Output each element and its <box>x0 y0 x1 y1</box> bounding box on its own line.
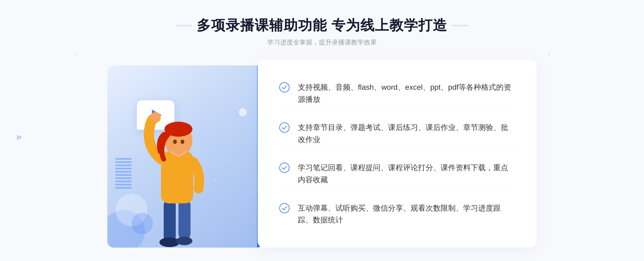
title-dot-group-left <box>177 25 191 26</box>
check-icon-3 <box>279 162 290 173</box>
svg-rect-0 <box>164 199 176 242</box>
feature-item-4: 互动弹幕、试听购买、微信分享、观看次数限制、学习进度跟踪、数据统计 <box>279 197 515 232</box>
dot-pattern-right: for(let i=0;i<36;i++) document.currentSc… <box>548 54 569 74</box>
svg-point-11 <box>280 123 289 132</box>
feature-text-2: 支持章节目录、弹题考试、课后练习、课后作业、章节测验、批改作业 <box>298 122 515 146</box>
svg-point-9 <box>151 112 160 122</box>
feature-text-1: 支持视频、音频、flash、word、excel、ppt、pdf等各种格式的资源… <box>298 81 515 106</box>
illustration-dots: for(let i=0;i<70;i++) document.currentSc… <box>215 179 252 205</box>
svg-point-8 <box>181 140 184 144</box>
feature-text-4: 互动弹幕、试听购买、微信分享、观看次数限制、学习进度跟踪、数据统计 <box>298 202 515 226</box>
illustration-panel: for(let i=0;i<70;i++) document.currentSc… <box>107 65 263 248</box>
svg-point-3 <box>176 237 192 245</box>
feature-item-1: 支持视频、音频、flash、word、excel、ppt、pdf等各种格式的资源… <box>279 76 515 111</box>
svg-point-13 <box>280 203 289 213</box>
arrow-left-icon: » <box>16 131 21 143</box>
check-icon-4 <box>279 203 290 214</box>
svg-point-12 <box>280 163 289 173</box>
svg-point-7 <box>173 140 177 144</box>
title-decorators: 多项录播课辅助功能 专为线上教学打造 <box>177 16 467 35</box>
page-title: 多项录播课辅助功能 专为线上教学打造 <box>197 16 447 35</box>
svg-rect-1 <box>178 199 191 240</box>
main-content: for(let i=0;i<70;i++) document.currentSc… <box>107 60 537 253</box>
dot-pattern-left: for(let i=0;i<64;i++) document.currentSc… <box>75 54 103 81</box>
title-section: 多项录播课辅助功能 专为线上教学打造 学习进度全掌握，提升录播课教学效果 <box>177 16 467 47</box>
content-panel: 支持视频、音频、flash、word、excel、ppt、pdf等各种格式的资源… <box>258 60 537 248</box>
check-icon-1 <box>279 82 290 93</box>
svg-point-10 <box>280 83 289 92</box>
small-circle-accent <box>239 108 247 116</box>
page-wrapper: for(let i=0;i<64;i++) document.currentSc… <box>0 0 644 261</box>
feature-item-3: 学习笔记回看、课程提问、课程评论打分、课件资料下载，重点内容收藏 <box>279 156 515 192</box>
feature-text-3: 学习笔记回看、课程提问、课程评论打分、课件资料下载，重点内容收藏 <box>298 162 515 186</box>
person-illustration <box>129 98 220 248</box>
check-icon-2 <box>279 122 290 133</box>
page-subtitle: 学习进度全掌握，提升录播课教学效果 <box>177 38 467 47</box>
title-dot-group-right <box>453 25 467 26</box>
feature-item-2: 支持章节目录、弹题考试、课后练习、课后作业、章节测验、批改作业 <box>279 116 515 151</box>
